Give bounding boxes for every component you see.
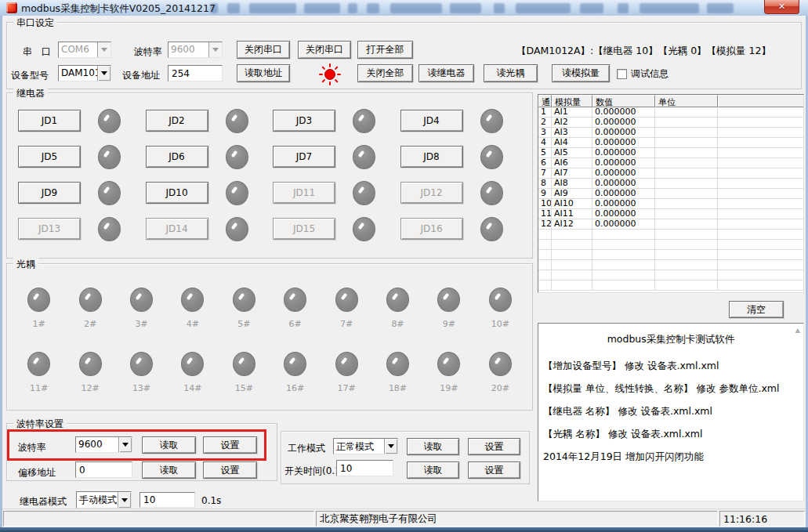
- opto-channel: 18#: [372, 339, 423, 404]
- relay-led-11-icon: [353, 181, 375, 205]
- table-row-empty[interactable]: [538, 270, 803, 280]
- relay-button-jd10[interactable]: JD10: [146, 182, 208, 204]
- opto-led-16-icon: [284, 352, 306, 376]
- group-title: 光耦: [13, 258, 38, 271]
- table-row[interactable]: 1AI10.000000: [538, 107, 803, 118]
- opto-led-6-icon: [284, 288, 306, 312]
- table-cell: [718, 270, 803, 280]
- relay-cell: JD4: [400, 109, 528, 133]
- open-all-button[interactable]: 打开全部: [357, 41, 413, 59]
- baud-read-button[interactable]: 读取: [142, 436, 196, 454]
- close-all-button[interactable]: 关闭全部: [357, 64, 413, 82]
- analog-table[interactable]: 通 模拟量 数值 单位 1AI10.0000002AI20.0000003AI3…: [538, 94, 804, 293]
- table-row[interactable]: 12AI120.000000: [538, 219, 803, 230]
- opto-channel: 5#: [219, 275, 270, 339]
- table-row[interactable]: 3AI30.000000: [538, 128, 803, 138]
- info-title: modbus采集控制卡测试软件: [543, 333, 799, 346]
- info-lines: 【增加设备型号】 修改 设备表.xml.xml【模拟量 单位、线性转换、名称】 …: [543, 359, 799, 464]
- baud-set-button[interactable]: 设置: [203, 436, 257, 454]
- table-row-empty[interactable]: [538, 280, 803, 291]
- close-button[interactable]: ✕: [764, 0, 799, 14]
- table-cell: 0.000000: [592, 219, 655, 229]
- table-row[interactable]: 7AI70.000000: [538, 168, 803, 179]
- relay-button-jd16: JD16: [400, 218, 463, 240]
- offset-read-button[interactable]: 读取: [142, 461, 196, 479]
- checkbox-icon[interactable]: [617, 69, 627, 79]
- opto-channel-label: 7#: [340, 319, 353, 329]
- debug-info-checkbox[interactable]: 调试信息: [617, 67, 669, 81]
- table-row[interactable]: 11AI110.000000: [538, 209, 803, 219]
- read-opto-button[interactable]: 读光耦: [484, 64, 538, 82]
- table-row-empty[interactable]: [538, 260, 803, 270]
- table-cell: AI12: [552, 219, 592, 229]
- table-cell: 10: [538, 199, 552, 208]
- read-address-button[interactable]: 读取地址: [237, 64, 290, 82]
- relay-button-jd2[interactable]: JD2: [146, 110, 208, 132]
- table-cell: AI2: [552, 118, 592, 127]
- read-analog-button[interactable]: 读模拟量: [552, 64, 610, 82]
- table-row-empty[interactable]: [538, 250, 803, 260]
- table-row-empty[interactable]: [538, 240, 803, 250]
- table-cell: AI1: [552, 107, 592, 117]
- relay-cell: JD2: [146, 109, 274, 133]
- group-title: 串口设定: [13, 16, 57, 30]
- relay-led-4-icon: [480, 109, 503, 133]
- relay-led-16-icon: [480, 217, 503, 241]
- offset-label: 偏移地址: [18, 466, 56, 480]
- relay-button-jd6[interactable]: JD6: [146, 146, 208, 168]
- titlebar[interactable]: modbus采集控制卡软件V0205_20141217: [0, 0, 808, 16]
- device-address-input[interactable]: [168, 65, 223, 81]
- opto-channel: 9#: [423, 275, 474, 339]
- col-header-value: 数值: [592, 95, 655, 107]
- opto-led-7-icon: [335, 288, 358, 312]
- relay-button-jd5[interactable]: JD5: [18, 146, 81, 168]
- opto-led-20-icon: [489, 352, 512, 376]
- relay-button-jd9[interactable]: JD9: [18, 182, 81, 204]
- table-row[interactable]: 2AI20.000000: [538, 118, 803, 128]
- window-title: modbus采集控制卡软件V0205_20141217: [21, 2, 216, 16]
- work-mode-select[interactable]: 正常模式: [333, 438, 398, 454]
- close-serial-button[interactable]: 关闭串口: [237, 41, 290, 59]
- table-row[interactable]: 8AI80.000000: [538, 179, 803, 189]
- offset-address-input[interactable]: [75, 461, 132, 478]
- table-cell: [718, 240, 803, 249]
- relay-button-jd4[interactable]: JD4: [400, 110, 463, 132]
- table-cell: [718, 199, 803, 208]
- switch-time-input[interactable]: [336, 460, 393, 476]
- opto-led-4-icon: [181, 288, 204, 312]
- opto-channel: 20#: [475, 339, 526, 404]
- scroll-up-icon[interactable]: ▲: [795, 328, 800, 334]
- table-row[interactable]: 4AI40.000000: [538, 138, 803, 148]
- table-row[interactable]: 5AI50.000000: [538, 148, 803, 158]
- opto-channel-label: 10#: [491, 319, 509, 329]
- baud-rate-select[interactable]: 9600: [75, 436, 132, 453]
- table-row-empty[interactable]: [538, 230, 803, 240]
- chevron-down-icon: [118, 437, 132, 452]
- read-relay-button[interactable]: 读继电器: [418, 64, 474, 82]
- relay-button-jd14: JD14: [146, 218, 208, 240]
- close-serial-button-2[interactable]: 关闭串口: [298, 41, 351, 59]
- table-cell: [718, 260, 803, 270]
- table-row[interactable]: 6AI60.000000: [538, 158, 803, 168]
- model-select[interactable]: DAM1012A: [58, 65, 111, 81]
- relay-button-jd1[interactable]: JD1: [18, 110, 81, 132]
- opto-channel: 6#: [270, 275, 321, 339]
- relay-cell: JD11: [273, 181, 400, 205]
- relay-button-jd8[interactable]: JD8: [400, 146, 463, 168]
- table-row[interactable]: 9AI90.000000: [538, 189, 803, 199]
- opto-channel: 8#: [372, 275, 423, 339]
- relay-mode-select[interactable]: 手动模式: [76, 491, 132, 508]
- col-header-channel: 通: [538, 95, 552, 107]
- clear-button[interactable]: 清空: [729, 301, 784, 318]
- table-cell: [655, 240, 718, 249]
- work-mode-read-button[interactable]: 读取: [407, 438, 459, 455]
- relay-mode-time-input[interactable]: [139, 492, 195, 508]
- relay-button-jd3[interactable]: JD3: [273, 110, 335, 132]
- port-label: 串 口: [23, 45, 51, 59]
- table-row[interactable]: 10AI100.000000: [538, 199, 803, 209]
- switch-time-read-button[interactable]: 读取: [407, 461, 459, 479]
- relay-button-jd7[interactable]: JD7: [273, 146, 335, 168]
- work-mode-set-button[interactable]: 设置: [468, 438, 520, 455]
- switch-time-set-button[interactable]: 设置: [468, 461, 520, 479]
- offset-set-button[interactable]: 设置: [203, 461, 257, 479]
